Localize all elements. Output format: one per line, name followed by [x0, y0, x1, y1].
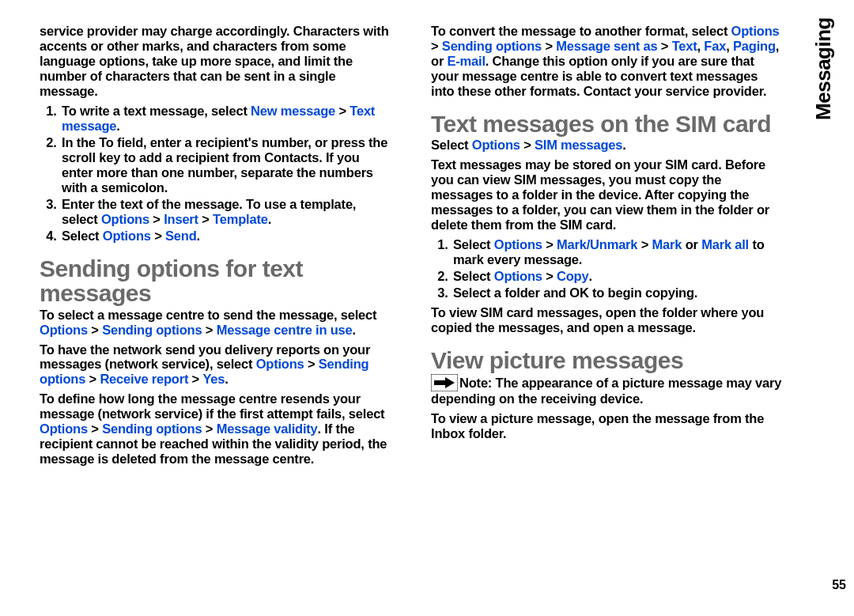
menu-path: Options [103, 229, 151, 243]
text: > [188, 372, 202, 386]
menu-path: Template [213, 212, 268, 226]
list-item: Select Options > Send. [60, 229, 391, 244]
menu-path: Sending options [442, 39, 542, 53]
write-message-steps: To write a text message, select New mess… [40, 104, 391, 244]
list-item: Enter the text of the message. To use a … [60, 197, 391, 227]
menu-path: Receive report [100, 372, 188, 386]
menu-path: Options [494, 269, 542, 283]
text: . [197, 229, 200, 243]
text: To convert the message to another format… [431, 24, 731, 38]
menu-path: Options [256, 357, 304, 371]
text: > [637, 237, 652, 251]
text: > [151, 229, 165, 243]
left-column: service provider may charge accordingly.… [40, 24, 391, 471]
menu-path: Options [494, 237, 542, 251]
text: > [657, 39, 671, 53]
text: Select a folder and [453, 285, 569, 300]
text: , [726, 39, 733, 53]
menu-path: Options [472, 138, 520, 152]
text: > [149, 212, 164, 226]
text: . [268, 212, 271, 226]
paragraph: Select Options > SIM messages. [431, 138, 783, 153]
text: > [335, 104, 350, 118]
text: . [116, 119, 119, 133]
two-column-layout: service provider may charge accordingly.… [40, 24, 799, 471]
text: To define how long the message centre re… [40, 391, 384, 421]
text: > [542, 39, 556, 53]
text: > [198, 212, 213, 226]
text: . [622, 138, 625, 152]
menu-path: Yes [202, 372, 225, 386]
list-item: Select Options > Mark/Unmark > Mark or M… [452, 237, 783, 267]
page-number: 55 [832, 578, 846, 592]
note-arrow-icon [431, 374, 458, 391]
text: > [542, 237, 557, 251]
menu-path: Send [165, 229, 197, 243]
paragraph: To have the network send you delivery re… [40, 342, 391, 387]
text: Select [453, 237, 494, 251]
menu-path: Sending options [102, 421, 202, 436]
menu-path: Text [672, 39, 697, 53]
right-column: To convert the message to another format… [431, 24, 783, 471]
menu-path: Message validity [217, 421, 318, 436]
text: > [88, 323, 102, 337]
sim-copy-steps: Select Options > Mark/Unmark > Mark or M… [431, 237, 783, 300]
text: or [682, 237, 701, 251]
manual-page: Messaging 55 service provider may charge… [0, 0, 854, 616]
text: > [304, 357, 319, 371]
menu-path: Sending options [102, 323, 202, 337]
text: > [88, 421, 102, 436]
menu-path: Fax [704, 39, 726, 53]
heading-sending-options: Sending options for text messages [40, 256, 391, 306]
text: To write a text message, select [62, 104, 251, 118]
menu-path: Insert [164, 212, 198, 226]
menu-path: Paging [733, 39, 776, 53]
section-tab-label: Messaging [811, 17, 836, 120]
text: . [588, 269, 591, 283]
text: > [520, 138, 535, 152]
list-item: To write a text message, select New mess… [60, 104, 391, 134]
paragraph: To define how long the message centre re… [40, 391, 391, 467]
note-label: Note: [459, 376, 492, 390]
text: > [542, 269, 557, 283]
list-item: In the To field, enter a recipient's num… [60, 135, 391, 195]
menu-path: Message centre in use [217, 323, 353, 337]
paragraph: To view SIM card messages, open the fold… [431, 305, 783, 335]
menu-path: Options [40, 421, 88, 436]
menu-path: Mark all [701, 237, 749, 251]
menu-path: E-mail [447, 54, 485, 68]
menu-path: Mark/Unmark [557, 237, 637, 251]
text: Select [453, 269, 494, 283]
menu-path: SIM messages [535, 138, 622, 152]
intro-paragraph: service provider may charge accordingly.… [40, 24, 391, 99]
heading-sim-messages: Text messages on the SIM card [431, 111, 783, 137]
menu-path: Mark [652, 237, 682, 251]
text: Select [62, 229, 103, 243]
text: > [431, 39, 442, 53]
svg-rect-1 [434, 380, 445, 385]
text: . [353, 323, 356, 337]
text: > [85, 372, 100, 386]
paragraph: To convert the message to another format… [431, 24, 783, 99]
menu-path: Options [40, 323, 88, 337]
text: . [225, 372, 228, 386]
text: to begin copying. [589, 285, 698, 300]
text: > [202, 421, 216, 436]
list-item: Select Options > Copy. [452, 269, 783, 284]
text: > [202, 323, 216, 337]
note-paragraph: Note: The appearance of a picture messag… [431, 374, 783, 406]
menu-path: Options [731, 24, 780, 38]
paragraph: To select a message centre to send the m… [40, 308, 391, 338]
paragraph: Text messages may be stored on your SIM … [431, 157, 783, 232]
text: In the [62, 135, 99, 149]
list-item: Select a folder and OK to begin copying. [452, 285, 783, 300]
text: To select a message centre to send the m… [40, 308, 376, 322]
key-name: OK [569, 285, 588, 300]
heading-view-picture: View picture messages [431, 348, 783, 373]
menu-path: Copy [557, 269, 588, 283]
text: Select [431, 138, 472, 152]
menu-path: Options [101, 212, 149, 226]
field-name: To [99, 135, 114, 149]
menu-path: Message sent as [556, 39, 657, 53]
paragraph: To view a picture message, open the mess… [431, 411, 783, 441]
